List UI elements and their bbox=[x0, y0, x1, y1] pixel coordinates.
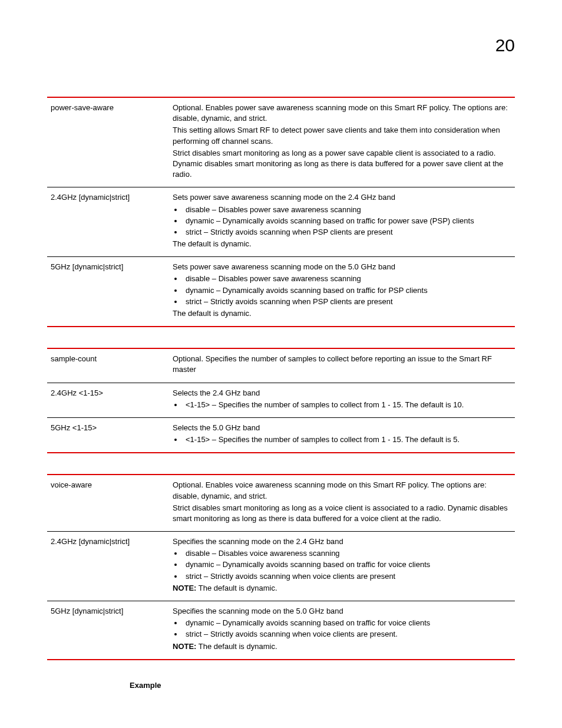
parameter-description: Optional. Enables power save awareness s… bbox=[169, 97, 515, 187]
description-list: disable – Disables power save awareness … bbox=[183, 274, 511, 307]
parameter-description: Sets power save awareness scanning mode … bbox=[169, 187, 515, 257]
description-text: Selects the 5.0 GHz band bbox=[173, 423, 511, 433]
parameter-name: 5GHz [dynamic|strict] bbox=[47, 601, 169, 660]
description-text: Optional. Enables power save awareness s… bbox=[173, 103, 511, 124]
description-text: Strict disables smart monitoring as long… bbox=[173, 148, 511, 180]
description-text: Optional. Specifies the number of sample… bbox=[173, 354, 511, 375]
note-body: The default is dynamic. bbox=[196, 642, 277, 651]
page-number: 20 bbox=[47, 35, 515, 55]
description-list: disable – Disables voice awareness scann… bbox=[183, 548, 511, 582]
parameter-description: Selects the 5.0 GHz band<1-15> – Specifi… bbox=[169, 417, 515, 453]
table-row: voice-awareOptional. Enables voice aware… bbox=[47, 475, 515, 531]
list-item: dynamic – Dynamically avoids scanning ba… bbox=[183, 216, 511, 226]
parameter-table: power-save-awareOptional. Enables power … bbox=[47, 97, 515, 327]
list-item: dynamic – Dynamically avoids scanning ba… bbox=[183, 618, 511, 628]
description-text: Specifies the scanning mode on the 5.0 G… bbox=[173, 606, 511, 617]
tables-container: power-save-awareOptional. Enables power … bbox=[47, 97, 515, 660]
description-text: Sets power save awareness scanning mode … bbox=[173, 192, 511, 203]
parameter-name: power-save-aware bbox=[47, 97, 169, 187]
table-row: 5GHz [dynamic|strict]Specifies the scann… bbox=[47, 601, 515, 660]
list-item: disable – Disables voice awareness scann… bbox=[183, 548, 511, 559]
description-text: Selects the 2.4 GHz band bbox=[173, 388, 511, 398]
parameter-description: Specifies the scanning mode on the 2.4 G… bbox=[169, 532, 515, 601]
table-row: 2.4GHz <1-15>Selects the 2.4 GHz band<1-… bbox=[47, 383, 515, 417]
table-row: 5GHz <1-15>Selects the 5.0 GHz band<1-15… bbox=[47, 417, 515, 453]
parameter-description: Optional. Enables voice awareness scanni… bbox=[169, 475, 515, 531]
table-row: sample-countOptional. Specifies the numb… bbox=[47, 348, 515, 383]
parameter-description: Selects the 2.4 GHz band<1-15> – Specifi… bbox=[169, 383, 515, 417]
parameter-name: 2.4GHz <1-15> bbox=[47, 383, 169, 417]
list-item: <1-15> – Specifies the number of samples… bbox=[183, 434, 511, 445]
list-item: strict – Strictly avoids scanning when v… bbox=[183, 629, 511, 640]
list-item: <1-15> – Specifies the number of samples… bbox=[183, 400, 511, 410]
description-text: The default is dynamic. bbox=[173, 308, 511, 319]
list-item: disable – Disables power save awareness … bbox=[183, 274, 511, 284]
description-list: disable – Disables power save awareness … bbox=[183, 205, 511, 238]
note-body: The default is dynamic. bbox=[196, 584, 277, 592]
note-text: NOTE: The default is dynamic. bbox=[173, 641, 511, 652]
parameter-description: Sets power save awareness scanning mode … bbox=[169, 257, 515, 327]
note-label: NOTE: bbox=[173, 584, 196, 592]
parameter-name: sample-count bbox=[47, 348, 169, 383]
description-text: Strict disables smart monitoring as long… bbox=[173, 503, 511, 524]
parameter-name: 2.4GHz [dynamic|strict] bbox=[47, 532, 169, 601]
note-text: NOTE: The default is dynamic. bbox=[173, 583, 511, 594]
list-item: strict – Strictly avoids scanning when v… bbox=[183, 571, 511, 582]
description-text: Optional. Enables voice awareness scanni… bbox=[173, 480, 511, 501]
description-list: <1-15> – Specifies the number of samples… bbox=[183, 434, 511, 445]
table-row: power-save-awareOptional. Enables power … bbox=[47, 97, 515, 187]
document-page: 20 power-save-awareOptional. Enables pow… bbox=[0, 0, 562, 725]
parameter-description: Optional. Specifies the number of sample… bbox=[169, 348, 515, 383]
list-item: dynamic – Dynamically avoids scanning ba… bbox=[183, 285, 511, 296]
description-text: Specifies the scanning mode on the 2.4 G… bbox=[173, 536, 511, 547]
parameter-description: Specifies the scanning mode on the 5.0 G… bbox=[169, 601, 515, 660]
parameter-name: 5GHz <1-15> bbox=[47, 417, 169, 453]
description-list: dynamic – Dynamically avoids scanning ba… bbox=[183, 618, 511, 640]
list-item: dynamic – Dynamically avoids scanning ba… bbox=[183, 559, 511, 570]
description-text: The default is dynamic. bbox=[173, 239, 511, 249]
table-row: 2.4GHz [dynamic|strict]Specifies the sca… bbox=[47, 532, 515, 601]
list-item: strict – Strictly avoids scanning when P… bbox=[183, 227, 511, 238]
note-label: NOTE: bbox=[173, 642, 196, 651]
description-text: This setting allows Smart RF to detect p… bbox=[173, 125, 511, 146]
description-list: <1-15> – Specifies the number of samples… bbox=[183, 400, 511, 410]
parameter-table: voice-awareOptional. Enables voice aware… bbox=[47, 474, 515, 660]
list-item: disable – Disables power save awareness … bbox=[183, 205, 511, 215]
description-text: Sets power save awareness scanning mode … bbox=[173, 262, 511, 272]
table-row: 5GHz [dynamic|strict]Sets power save awa… bbox=[47, 257, 515, 327]
example-heading: Example bbox=[130, 681, 515, 690]
parameter-table: sample-countOptional. Specifies the numb… bbox=[47, 348, 515, 453]
parameter-name: 2.4GHz [dynamic|strict] bbox=[47, 187, 169, 257]
parameter-name: voice-aware bbox=[47, 475, 169, 531]
table-row: 2.4GHz [dynamic|strict]Sets power save a… bbox=[47, 187, 515, 257]
parameter-name: 5GHz [dynamic|strict] bbox=[47, 257, 169, 327]
list-item: strict – Strictly avoids scanning when P… bbox=[183, 297, 511, 307]
